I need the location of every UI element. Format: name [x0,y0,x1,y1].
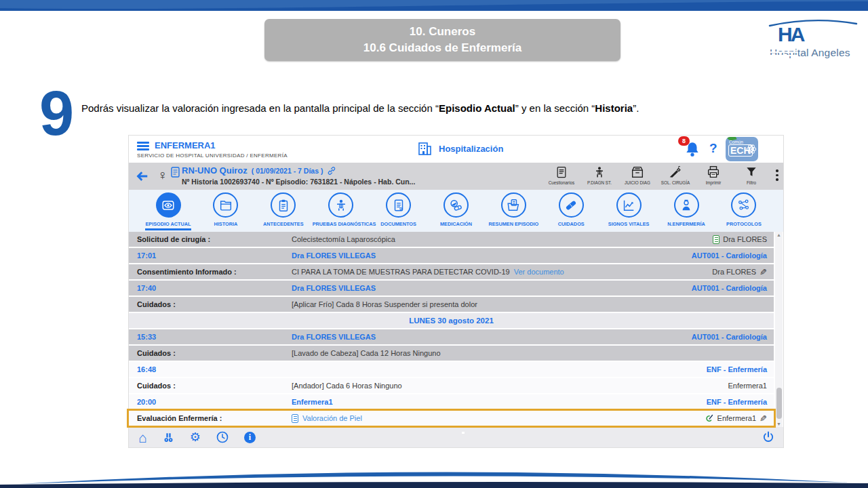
row-author: Enfermera1 [717,414,756,422]
workflow-nodes-icon [736,198,751,213]
signed-document-icon[interactable] [713,235,719,244]
notification-count-badge: 8 [678,136,690,146]
episode-entries-table: Solicitud de cirugía : Colecistectomía L… [129,232,774,427]
hospital-angeles-logo: HA Hospital Angeles [768,16,858,59]
tab-antecedentes[interactable]: ANTECEDENTES [255,192,312,232]
clipboard-icon [276,198,291,213]
scroll-up-icon[interactable]: ▲ [775,232,783,237]
action-cuestionarios[interactable]: Cuestionarios [546,165,577,185]
action-p-diagn-st[interactable]: P.DIAGN ST. [584,165,615,185]
service-label: SERVICIO DE HOSPITAL UNIVERSIDAD / ENFER… [137,152,288,159]
tab-label: DOCUMENTOS [380,221,416,227]
action-label: SOL. CIRUGÍA [660,180,691,185]
row-author: Enfermera1 [292,398,333,406]
ech-logo-small-text: Común [729,140,743,144]
table-row-timestamp: 15:33 Dra FLORES VILLEGAS AUT001 - Cardi… [129,329,774,344]
ech-logo[interactable]: Común ECH [726,137,758,161]
tab-medicacion[interactable]: MEDICACIÓN [427,192,484,232]
row-value: [Lavado de Cabeza] Cada 12 Horas Ninguno [292,349,767,357]
brand-stripe [767,55,798,56]
brand-name: Hospital Angeles [770,47,858,59]
app-toolbar: ⌂ ⚙ i [129,427,783,447]
row-author: Dra FLORES VILLEGAS [292,333,376,341]
row-author: Dra FLORES [723,235,767,243]
tab-label: N.ENFERMERÍA [667,221,705,227]
signed-check-icon [704,413,714,424]
action-filtro[interactable]: Filtro [736,165,767,185]
tab-protocolos[interactable]: PROTOCOLOS [715,192,772,232]
episode-document-icon[interactable] [171,167,180,178]
row-author: Enfermera1 [728,382,767,390]
tab-label: CUIDADOS [558,221,585,227]
table-scrollbar[interactable]: ▲ ▼ [775,232,783,427]
table-row-solicitud-cirugia: Solicitud de cirugía : Colecistectomía L… [129,232,774,247]
row-time: 20:00 [137,398,156,406]
tab-episodio-actual[interactable]: EPISODIO ACTUAL [140,192,197,232]
tab-cuidados[interactable]: CUIDADOS [542,192,599,232]
binoculars-search-icon[interactable] [162,431,175,444]
patient-bar: ♀ RN-UNO Quiroz ( 01/09/2021 - 7 Días ) … [129,163,783,190]
scroll-down-icon[interactable]: ▼ [775,422,783,426]
help-icon[interactable]: ? [709,141,717,156]
edit-pencil-icon[interactable]: ✎ [760,414,767,423]
slide-title-line1: 10. Cuneros [410,24,475,40]
link-chain-icon[interactable] [327,166,336,176]
female-gender-icon: ♀ [157,167,167,183]
ver-documento-link[interactable]: Ver documento [514,268,564,276]
settings-gear-icon[interactable]: ⚙ [190,431,201,443]
patient-name[interactable]: RN-UNO Quiroz [182,165,248,176]
patient-record-line: Nº Historia 1002693740 - Nº Episodio: 76… [182,178,415,186]
tab-resumen-episodio[interactable]: RESUMEN EPISODIO [485,192,542,232]
more-options-icon[interactable] [776,169,778,183]
table-row-timestamp: 17:01 Dra FLORES VILLEGAS AUT001 - Cardi… [129,248,774,263]
bottom-swoosh-decoration [0,453,868,488]
vitals-chart-icon [621,198,636,213]
table-row-timestamp: 16:48 ENF - Enfermería [129,362,774,377]
tab-label: SIGNOS VITALES [608,221,650,227]
logged-user: ENFERMERA1 [155,140,216,150]
row-label: Cuidados : [129,300,292,308]
assessment-document-icon[interactable] [292,414,298,423]
tab-pruebas-diagnosticas[interactable]: PRUEBAS DIAGNÓSTICAS [313,192,370,232]
menu-icon[interactable] [137,142,149,150]
table-row-timestamp: 20:00 Enfermera1 ENF - Enfermería [129,394,774,409]
row-time: 16:48 [137,365,156,373]
action-imprimir[interactable]: Imprimir [698,165,729,185]
edit-pencil-icon[interactable]: ✎ [760,268,767,277]
module-hospitalizacion[interactable]: Hospitalización [416,140,503,157]
ehr-app-window: ENFERMERA1 SERVICIO DE HOSPITAL UNIVERSI… [129,136,783,447]
instruction-prefix: Podrás visualizar la valoración ingresad… [81,102,439,114]
tab-label: MEDICACIÓN [440,221,472,227]
top-band-decoration [0,0,868,12]
clock-icon[interactable] [216,430,229,444]
row-value: Colecistectomía Laparoscópica [292,235,713,243]
instruction-text: Podrás visualizar la valoración ingresad… [81,102,639,114]
tab-historia[interactable]: HISTORIA [197,192,254,232]
tab-n-enfermeria[interactable]: N.ENFERMERÍA [658,192,715,232]
power-logout-icon[interactable] [762,430,775,445]
eye-monitor-icon [161,198,176,213]
row-value: [Andador] Cada 6 Horas Ninguno [292,382,728,390]
action-juicio-diag[interactable]: JUICIO DIAG [622,165,653,185]
patient-diagnosis-icon [593,165,606,180]
row-author: Dra FLORES VILLEGAS [292,251,376,260]
back-arrow-icon[interactable] [134,169,150,184]
notifications-bell[interactable]: 8 [684,140,704,160]
scalpel-icon [668,165,683,180]
tab-signos-vitales[interactable]: SIGNOS VITALES [600,192,657,232]
info-icon[interactable]: i [244,432,256,443]
home-icon[interactable]: ⌂ [138,430,147,445]
action-sol-cirugia[interactable]: SOL. CIRUGÍA [660,165,691,185]
patient-body-icon [334,198,349,213]
questionnaire-icon [555,165,568,180]
tab-documentos[interactable]: DOCUMENTOS [370,192,427,232]
table-row-cuidados: Cuidados : [Aplicar Frío] Cada 8 Horas S… [129,297,774,312]
nurse-icon [679,198,694,213]
scrollbar-thumb[interactable] [776,388,782,419]
printer-icon [706,165,721,180]
action-label: Filtro [736,180,767,185]
tab-label: PRUEBAS DIAGNÓSTICAS [313,221,376,227]
row-label: Cuidados : [129,349,292,357]
slide-title: 10. Cuneros 10.6 Cuidados de Enfermería [264,19,620,61]
valoracion-de-piel-link[interactable]: Valoración de Piel [302,414,362,422]
